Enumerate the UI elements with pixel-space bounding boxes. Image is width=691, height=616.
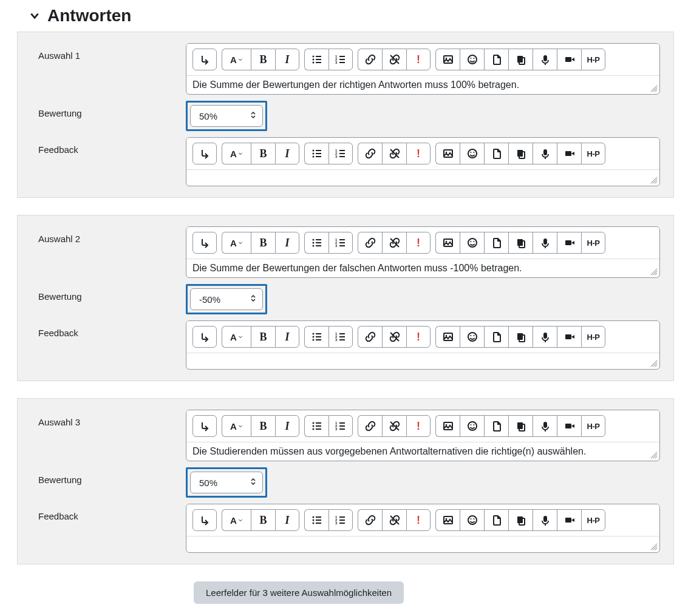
- bold-button[interactable]: B: [251, 509, 275, 531]
- unordered-list-button[interactable]: [304, 415, 328, 437]
- resize-handle-icon[interactable]: [650, 359, 658, 368]
- file-button[interactable]: [484, 49, 508, 70]
- unlink-button[interactable]: [382, 232, 406, 254]
- unordered-list-button[interactable]: [304, 49, 328, 70]
- image-button[interactable]: [435, 49, 460, 70]
- italic-button[interactable]: I: [275, 49, 299, 70]
- emoji-button[interactable]: [460, 49, 484, 70]
- image-button[interactable]: [435, 143, 460, 164]
- file-button[interactable]: [484, 326, 508, 348]
- editor-content-feedback-3[interactable]: [186, 536, 659, 552]
- resize-handle-icon[interactable]: [650, 268, 658, 276]
- unordered-list-button[interactable]: [304, 143, 328, 164]
- video-button[interactable]: [557, 415, 581, 437]
- video-button[interactable]: [557, 232, 581, 254]
- emoji-button[interactable]: [460, 415, 484, 437]
- expand-toolbar-icon[interactable]: [192, 232, 217, 254]
- warning-button[interactable]: !: [406, 326, 431, 348]
- image-button[interactable]: [435, 232, 460, 254]
- grade-select-1[interactable]: 50%-50%: [190, 105, 263, 127]
- expand-toolbar-icon[interactable]: [192, 415, 217, 437]
- bold-button[interactable]: B: [251, 326, 275, 348]
- italic-button[interactable]: I: [275, 509, 299, 531]
- file-button[interactable]: [484, 509, 508, 531]
- resize-handle-icon[interactable]: [650, 451, 658, 459]
- font-style-button[interactable]: A: [222, 326, 251, 348]
- grade-select-2[interactable]: -50%50%: [190, 288, 263, 310]
- bold-button[interactable]: B: [251, 143, 275, 164]
- video-button[interactable]: [557, 49, 581, 70]
- h5p-button[interactable]: H-P: [581, 509, 605, 531]
- font-style-button[interactable]: A: [222, 232, 251, 254]
- font-style-button[interactable]: A: [222, 49, 251, 70]
- font-style-button[interactable]: A: [222, 509, 251, 531]
- expand-toolbar-icon[interactable]: [192, 509, 217, 531]
- image-button[interactable]: [435, 326, 460, 348]
- warning-button[interactable]: !: [406, 509, 431, 531]
- file-button[interactable]: [484, 143, 508, 164]
- editor-content-feedback-1[interactable]: [186, 170, 659, 186]
- link-button[interactable]: [358, 415, 382, 437]
- italic-button[interactable]: I: [275, 326, 299, 348]
- resize-handle-icon[interactable]: [650, 84, 658, 93]
- expand-toolbar-icon[interactable]: [192, 49, 217, 70]
- grade-select-3[interactable]: 50%-50%: [190, 472, 263, 493]
- section-header[interactable]: Antworten: [29, 6, 674, 25]
- expand-toolbar-icon[interactable]: [192, 143, 217, 164]
- copy-button[interactable]: [508, 143, 533, 164]
- font-style-button[interactable]: A: [222, 415, 251, 437]
- unordered-list-button[interactable]: [304, 326, 328, 348]
- link-button[interactable]: [358, 143, 382, 164]
- italic-button[interactable]: I: [275, 143, 299, 164]
- link-button[interactable]: [358, 49, 382, 70]
- bold-button[interactable]: B: [251, 415, 275, 437]
- bold-button[interactable]: B: [251, 49, 275, 70]
- video-button[interactable]: [557, 326, 581, 348]
- unlink-button[interactable]: [382, 509, 406, 531]
- resize-handle-icon[interactable]: [650, 176, 658, 184]
- italic-button[interactable]: I: [275, 232, 299, 254]
- link-button[interactable]: [358, 509, 382, 531]
- expand-toolbar-icon[interactable]: [192, 326, 217, 348]
- unlink-button[interactable]: [382, 143, 406, 164]
- link-button[interactable]: [358, 232, 382, 254]
- emoji-button[interactable]: [460, 232, 484, 254]
- font-style-button[interactable]: A: [222, 143, 251, 164]
- unordered-list-button[interactable]: [304, 509, 328, 531]
- microphone-button[interactable]: [533, 49, 557, 70]
- h5p-button[interactable]: H-P: [581, 49, 605, 70]
- ordered-list-button[interactable]: [328, 509, 353, 531]
- copy-button[interactable]: [508, 232, 533, 254]
- microphone-button[interactable]: [533, 509, 557, 531]
- ordered-list-button[interactable]: [328, 49, 353, 70]
- bold-button[interactable]: B: [251, 232, 275, 254]
- h5p-button[interactable]: H-P: [581, 143, 605, 164]
- editor-content-choice-3[interactable]: Die Studierenden müssen aus vorgegebenen…: [186, 442, 659, 461]
- emoji-button[interactable]: [460, 509, 484, 531]
- warning-button[interactable]: !: [406, 49, 431, 70]
- italic-button[interactable]: I: [275, 415, 299, 437]
- ordered-list-button[interactable]: [328, 415, 353, 437]
- video-button[interactable]: [557, 509, 581, 531]
- editor-content-choice-1[interactable]: Die Summe der Bewertungen der richtigen …: [186, 76, 659, 94]
- copy-button[interactable]: [508, 509, 533, 531]
- warning-button[interactable]: !: [406, 143, 431, 164]
- h5p-button[interactable]: H-P: [581, 232, 605, 254]
- copy-button[interactable]: [508, 326, 533, 348]
- emoji-button[interactable]: [460, 326, 484, 348]
- ordered-list-button[interactable]: [328, 232, 353, 254]
- copy-button[interactable]: [508, 415, 533, 437]
- ordered-list-button[interactable]: [328, 143, 353, 164]
- microphone-button[interactable]: [533, 232, 557, 254]
- unlink-button[interactable]: [382, 415, 406, 437]
- file-button[interactable]: [484, 232, 508, 254]
- h5p-button[interactable]: H-P: [581, 415, 605, 437]
- video-button[interactable]: [557, 143, 581, 164]
- unlink-button[interactable]: [382, 49, 406, 70]
- image-button[interactable]: [435, 509, 460, 531]
- microphone-button[interactable]: [533, 415, 557, 437]
- resize-handle-icon[interactable]: [650, 543, 658, 551]
- emoji-button[interactable]: [460, 143, 484, 164]
- microphone-button[interactable]: [533, 143, 557, 164]
- h5p-button[interactable]: H-P: [581, 326, 605, 348]
